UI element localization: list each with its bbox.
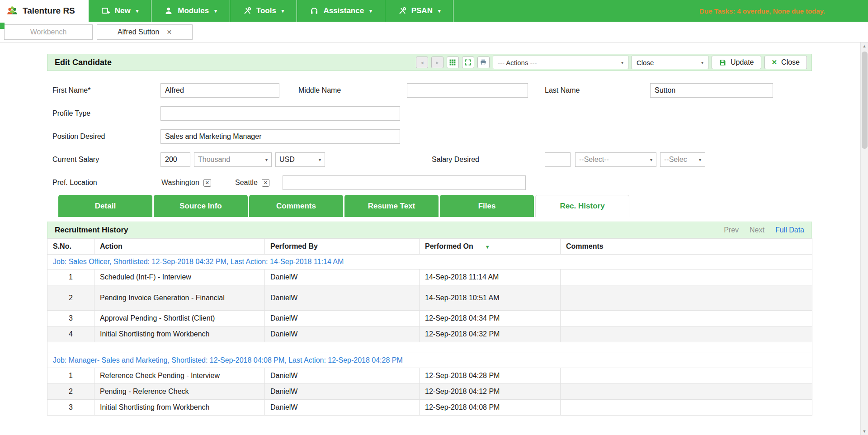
nav-item-assistance[interactable]: Assistance ▾ (297, 0, 385, 22)
history-row: 4 Initial Shortlisting from Workbench Da… (47, 326, 812, 342)
history-row: 2 Pending - Reference Check DanielW 12-S… (47, 384, 812, 400)
chevron-down-icon: ▾ (282, 8, 284, 14)
nav-item-psan[interactable]: PSAN ▾ (385, 0, 454, 22)
pref-location-label: Pref. Location (52, 175, 97, 190)
history-row: 3 Approval Pending - Shortlist (Client) … (47, 311, 812, 326)
grid-view-button[interactable] (447, 57, 459, 68)
chevron-down-icon: ▾ (369, 8, 372, 14)
position-desired-field[interactable] (160, 129, 400, 144)
tab-close-icon[interactable]: ✕ (166, 28, 172, 36)
history-row: 1 Reference Check Pending - Interview Da… (47, 368, 812, 384)
chevron-down-icon: ▾ (699, 157, 701, 162)
form-row-profile-type: Profile Type (47, 106, 812, 121)
current-salary-unit-select[interactable]: Thousand ▾ (194, 152, 272, 167)
next-link[interactable]: Next (750, 226, 764, 234)
scroll-down-icon[interactable]: ▼ (861, 428, 868, 435)
window-tab-bar: Workbench Alfred Sutton ✕ (0, 22, 868, 43)
history-row: 3 Initial Shortlisting from Workbench Da… (47, 400, 812, 416)
first-name-label: First Name* (52, 83, 90, 98)
close-button[interactable]: ✕ Close (764, 56, 807, 69)
last-name-field[interactable] (650, 83, 773, 98)
close-action-select[interactable]: Close ▾ (632, 56, 708, 69)
history-group-header[interactable]: Job: Sales Officer, Shortlisted: 12-Sep-… (47, 255, 812, 270)
chevron-down-icon: ▾ (214, 8, 217, 14)
salary-desired-field[interactable] (545, 152, 571, 167)
tab-rec-history[interactable]: Rec. History (535, 195, 629, 217)
detail-tab-strip: Detail Source Info Comments Resume Text … (58, 195, 629, 217)
nav-item-label: Assistance (323, 6, 364, 15)
salary-desired-unit-select[interactable]: --Select-- ▾ (575, 152, 656, 167)
column-performed-by[interactable]: Performed By (265, 239, 420, 255)
history-table-header-row: S.No. Action Performed By Performed On▼ … (47, 239, 812, 255)
remove-location-icon[interactable]: ✕ (262, 179, 269, 187)
prev-link[interactable]: Prev (724, 226, 739, 234)
column-performed-on[interactable]: Performed On▼ (420, 239, 561, 255)
nav-item-modules[interactable]: Modules ▾ (151, 0, 230, 22)
unit-value: --Select-- (579, 156, 609, 164)
current-salary-field[interactable] (160, 152, 190, 167)
tab-comments[interactable]: Comments (249, 195, 343, 217)
update-button[interactable]: Update (712, 56, 761, 69)
current-salary-currency-select[interactable]: USD ▾ (275, 152, 325, 167)
nav-item-tools[interactable]: Tools ▾ (230, 0, 297, 22)
salary-desired-currency-select[interactable]: --Selec ▾ (660, 152, 705, 167)
panel-toolbar: ◄ ► --- Actions --- ▾ (416, 56, 807, 69)
tab-candidate[interactable]: Alfred Sutton ✕ (97, 24, 193, 40)
tab-source-info[interactable]: Source Info (154, 195, 248, 217)
tab-strip-accent (0, 23, 5, 29)
brand: Talenture RS (0, 0, 89, 22)
column-action[interactable]: Action (94, 239, 265, 255)
chevron-down-icon: ▾ (319, 157, 321, 162)
tab-detail[interactable]: Detail (58, 195, 152, 217)
column-comments[interactable]: Comments (561, 239, 812, 255)
middle-name-field[interactable] (407, 83, 528, 98)
history-group-header[interactable]: Job: Manager- Sales and Marketing, Short… (47, 353, 812, 368)
chevron-down-icon: ▾ (650, 157, 652, 162)
location-chip: Washington ✕ (161, 175, 211, 190)
tools-icon (398, 6, 407, 15)
tab-resume-text[interactable]: Resume Text (344, 195, 439, 217)
nav-item-new[interactable]: New ▾ (89, 0, 152, 22)
form-row-position: Position Desired (47, 129, 812, 144)
profile-type-label: Profile Type (52, 106, 90, 121)
history-links: Prev Next Full Data (724, 226, 804, 234)
close-icon: ✕ (772, 58, 778, 66)
middle-name-label: Middle Name (298, 83, 341, 98)
chevron-down-icon: ▾ (438, 8, 441, 14)
vertical-scrollbar[interactable]: ▲ ▼ (860, 43, 868, 435)
scroll-thumb[interactable] (862, 52, 868, 149)
edit-candidate-panel: Edit Candidate ◄ ► --- Actions --- (47, 54, 812, 71)
chevron-down-icon: ▾ (621, 60, 623, 65)
talenture-logo-icon (6, 5, 18, 17)
record-prev-button[interactable]: ◄ (416, 57, 428, 68)
headset-icon (310, 6, 319, 15)
tab-label: Resume Text (368, 202, 415, 211)
record-next-button[interactable]: ► (431, 57, 443, 68)
currency-value: --Selec (664, 156, 687, 164)
full-data-link[interactable]: Full Data (775, 226, 804, 234)
brand-name: Talenture RS (23, 6, 75, 16)
remove-location-icon[interactable]: ✕ (203, 179, 211, 187)
salary-desired-label: Salary Desired (432, 152, 479, 167)
tab-label: Source Info (179, 202, 222, 211)
tab-files[interactable]: Files (440, 195, 534, 217)
fullscreen-icon (464, 59, 472, 66)
close-button-label: Close (781, 58, 800, 66)
pref-location-input[interactable] (283, 175, 526, 190)
history-row: 1 Scheduled (Int-F) - Interview DanielW … (47, 270, 812, 285)
chevron-down-icon: ▾ (701, 60, 703, 65)
actions-select[interactable]: --- Actions --- ▾ (493, 56, 628, 69)
tab-label: Alfred Sutton (118, 28, 160, 36)
column-sno[interactable]: S.No. (47, 239, 94, 255)
save-icon (719, 59, 726, 66)
tab-label: Rec. History (560, 202, 604, 211)
new-icon (101, 6, 110, 15)
scroll-up-icon[interactable]: ▲ (861, 43, 868, 50)
print-button[interactable] (477, 57, 490, 68)
profile-type-field[interactable] (160, 106, 400, 121)
first-name-field[interactable] (160, 83, 279, 98)
current-salary-label: Current Salary (52, 152, 99, 167)
tab-workbench[interactable]: Workbench (4, 24, 93, 40)
group-gap-row (47, 342, 812, 353)
maximize-button[interactable] (462, 57, 474, 68)
